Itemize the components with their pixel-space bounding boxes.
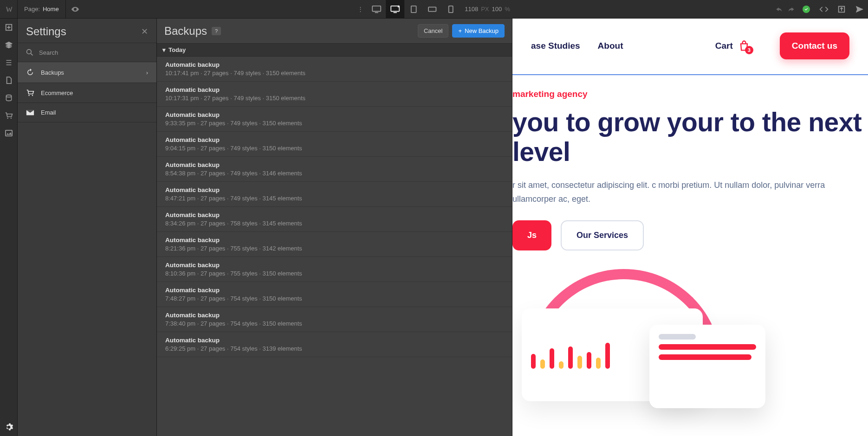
hero-eyebrow: marketing agency	[512, 89, 868, 99]
svg-point-10	[7, 118, 8, 119]
hero-body: r sit amet, consectetur adipiscing elit.…	[512, 178, 837, 206]
backup-item[interactable]: Automatic backup8:47:21 pm · 27 pages · …	[157, 182, 512, 207]
backup-meta: 9:04:15 pm · 27 pages · 749 styles · 315…	[165, 145, 504, 152]
backup-item[interactable]: Automatic backup8:21:36 pm · 27 pages · …	[157, 232, 512, 257]
svg-point-11	[11, 118, 12, 119]
backup-title: Automatic backup	[165, 186, 504, 193]
backup-meta: 9:33:35 pm · 27 pages · 749 styles · 315…	[165, 120, 504, 127]
site-nav: ase Studies About Cart 3 Contact us	[512, 19, 868, 69]
cms-icon[interactable]	[0, 89, 18, 107]
topbar-right	[774, 0, 868, 19]
cart-button[interactable]: Cart 3	[715, 39, 751, 52]
backup-title: Automatic backup	[165, 337, 504, 344]
backup-meta: 7:38:40 pm · 27 pages · 754 styles · 315…	[165, 320, 504, 327]
app-logo[interactable]	[0, 0, 18, 19]
canvas-zoom: 100	[492, 6, 502, 13]
hero-primary-button[interactable]: Js	[512, 220, 551, 250]
svg-point-13	[27, 50, 32, 54]
page-label: Page:	[24, 6, 40, 13]
nav-link-case-studies[interactable]: ase Studies	[531, 41, 580, 51]
svg-rect-5	[428, 7, 436, 11]
hero-headline: you to grow your to the next level	[512, 108, 868, 167]
page-name: Home	[43, 6, 59, 13]
search-icon	[26, 49, 33, 56]
canvas-dimensions[interactable]: 1108 PX 100 %	[460, 6, 515, 13]
settings-item-backups[interactable]: Backups›	[18, 62, 156, 83]
svg-rect-12	[6, 130, 12, 136]
backup-meta: 8:34:26 pm · 27 pages · 758 styles · 314…	[165, 220, 504, 227]
device-desktop-star-icon[interactable]	[386, 0, 404, 19]
cancel-button[interactable]: Cancel	[418, 24, 448, 38]
nav-link-about[interactable]: About	[598, 41, 623, 51]
settings-icon[interactable]	[0, 418, 18, 436]
hero-secondary-button[interactable]: Our Services	[561, 220, 644, 250]
backup-item[interactable]: Automatic backup10:17:31 pm · 27 pages ·…	[157, 82, 512, 107]
canvas-width-unit: PX	[481, 6, 489, 13]
assets-icon[interactable]	[0, 124, 18, 142]
backup-title: Automatic backup	[165, 312, 504, 319]
backup-title: Automatic backup	[165, 287, 504, 294]
backup-item[interactable]: Automatic backup9:04:15 pm · 27 pages · …	[157, 132, 512, 157]
settings-item-label: Backups	[41, 69, 64, 76]
settings-search[interactable]: Search	[18, 43, 156, 62]
backup-item[interactable]: Automatic backup9:33:35 pm · 27 pages · …	[157, 107, 512, 132]
close-icon[interactable]: ✕	[141, 26, 148, 37]
settings-panel: Settings ✕ Search Backups›EcommerceEmail	[18, 19, 157, 436]
settings-header: Settings ✕	[18, 19, 156, 43]
backup-item[interactable]: Automatic backup10:17:41 pm · 27 pages ·…	[157, 57, 512, 82]
settings-item-email[interactable]: Email	[18, 103, 156, 122]
backup-group-header[interactable]: ▾ Today	[157, 44, 512, 57]
backup-title: Automatic backup	[165, 61, 504, 68]
svg-rect-1	[375, 12, 378, 13]
export-icon[interactable]	[833, 0, 850, 19]
device-desktop-icon[interactable]	[367, 0, 386, 19]
contact-us-button[interactable]: Contact us	[780, 32, 849, 59]
new-backup-button[interactable]: + New Backup	[452, 24, 505, 38]
shopping-bag-icon: 3	[738, 39, 751, 52]
backup-item[interactable]: Automatic backup8:34:26 pm · 27 pages · …	[157, 207, 512, 232]
redo-icon[interactable]	[784, 0, 797, 19]
backups-title: Backups	[164, 25, 207, 38]
navigator-icon[interactable]	[0, 54, 18, 71]
backup-title: Automatic backup	[165, 111, 504, 118]
settings-item-ecommerce[interactable]: Ecommerce	[18, 83, 156, 103]
backup-item[interactable]: Automatic backup6:29:25 pm · 27 pages · …	[157, 332, 512, 357]
help-icon[interactable]: ?	[212, 27, 221, 35]
preview-toggle-icon[interactable]	[66, 0, 84, 19]
pages-icon[interactable]	[0, 71, 18, 89]
backup-item[interactable]: Automatic backup8:10:36 pm · 27 pages · …	[157, 257, 512, 282]
backup-title: Automatic backup	[165, 212, 504, 218]
backup-meta: 6:29:25 pm · 27 pages · 754 styles · 313…	[165, 345, 504, 352]
left-rail	[0, 19, 18, 436]
backup-meta: 8:21:36 pm · 27 pages · 755 styles · 314…	[165, 245, 504, 252]
status-ok-icon[interactable]	[797, 0, 815, 19]
backup-item[interactable]: Automatic backup8:54:38 pm · 27 pages · …	[157, 157, 512, 182]
symbols-icon[interactable]	[0, 36, 18, 54]
backup-item[interactable]: Automatic backup7:48:27 pm · 27 pages · …	[157, 282, 512, 307]
more-icon[interactable]: ⋮	[353, 6, 367, 13]
chevron-down-icon: ▾	[162, 46, 166, 53]
hero-section: marketing agency you to grow your to the…	[512, 75, 868, 371]
code-icon[interactable]	[815, 0, 833, 19]
design-canvas[interactable]: ase Studies About Cart 3 Contact us mark…	[512, 19, 868, 436]
ecommerce-icon[interactable]	[0, 107, 18, 124]
backup-title: Automatic backup	[165, 262, 504, 269]
page-selector[interactable]: Page: Home	[18, 0, 66, 19]
device-tablet-icon[interactable]	[404, 0, 423, 19]
backup-item[interactable]: Automatic backup7:38:40 pm · 27 pages · …	[157, 307, 512, 332]
backup-meta: 7:48:27 pm · 27 pages · 754 styles · 315…	[165, 295, 504, 302]
backup-meta: 10:17:31 pm · 27 pages · 749 styles · 31…	[165, 95, 504, 102]
device-mobile-landscape-icon[interactable]	[423, 0, 441, 19]
backups-panel: Backups ? Cancel + New Backup ▾ Today Au…	[157, 19, 512, 436]
svg-rect-0	[372, 6, 381, 11]
settings-item-label: Ecommerce	[41, 90, 73, 96]
add-element-icon[interactable]	[0, 19, 18, 36]
device-mobile-icon[interactable]	[441, 0, 460, 19]
backup-title: Automatic backup	[165, 86, 504, 93]
svg-rect-6	[449, 6, 453, 12]
backup-meta: 8:47:21 pm · 27 pages · 749 styles · 314…	[165, 195, 504, 202]
backups-header: Backups ? Cancel + New Backup	[157, 19, 512, 44]
publish-icon[interactable]	[850, 0, 868, 19]
settings-item-label: Email	[41, 109, 56, 116]
undo-icon[interactable]	[774, 0, 784, 19]
